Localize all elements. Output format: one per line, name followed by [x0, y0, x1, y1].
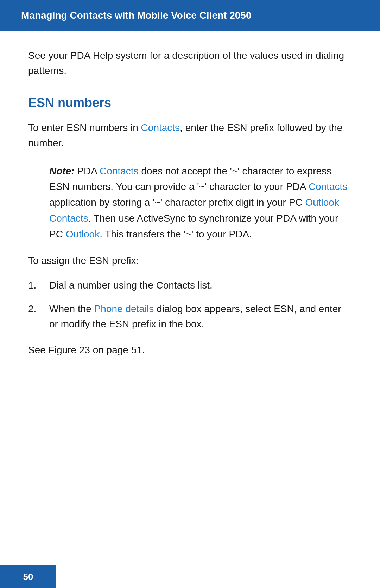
page-number: 50 [23, 571, 33, 582]
header-bar: Managing Contacts with Mobile Voice Clie… [0, 0, 380, 31]
section-intro-before-link: To enter ESN numbers in [28, 122, 141, 133]
intro-paragraph: See your PDA Help system for a descripti… [28, 48, 352, 79]
list-item-2: 2. When the Phone details dialog box app… [28, 301, 352, 332]
list-number-1: 1. [28, 278, 49, 293]
list-item-1: 1. Dial a number using the Contacts list… [28, 278, 352, 293]
outlook-link[interactable]: Outlook [66, 229, 100, 240]
header-title: Managing Contacts with Mobile Voice Clie… [21, 10, 251, 21]
content-area: See your PDA Help system for a descripti… [0, 31, 380, 384]
assign-prefix-text: To assign the ESN prefix: [28, 255, 352, 266]
section-intro: To enter ESN numbers in Contacts, enter … [28, 120, 352, 151]
phone-details-link[interactable]: Phone details [94, 303, 154, 314]
note-box: Note: PDA Contacts does not accept the '… [49, 163, 352, 242]
figure-ref: See Figure 23 on page 51. [28, 345, 352, 356]
contacts-link-2[interactable]: Contacts [100, 166, 139, 177]
footer-bar: 50 [0, 565, 56, 588]
note-text-1: PDA [75, 166, 100, 177]
list-content-2: When the Phone details dialog box appear… [49, 301, 352, 332]
list-number-2: 2. [28, 301, 49, 316]
contacts-link-1[interactable]: Contacts [141, 122, 180, 133]
note-text-3: application by storing a '~' character p… [49, 197, 305, 208]
list-content-1: Dial a number using the Contacts list. [49, 278, 352, 293]
numbered-list: 1. Dial a number using the Contacts list… [28, 278, 352, 332]
note-label: Note: [49, 166, 75, 177]
section-heading: ESN numbers [28, 95, 352, 110]
contacts-link-3[interactable]: Contacts [309, 181, 348, 192]
note-text-5: . This transfers the '~' to your PDA. [100, 229, 252, 240]
